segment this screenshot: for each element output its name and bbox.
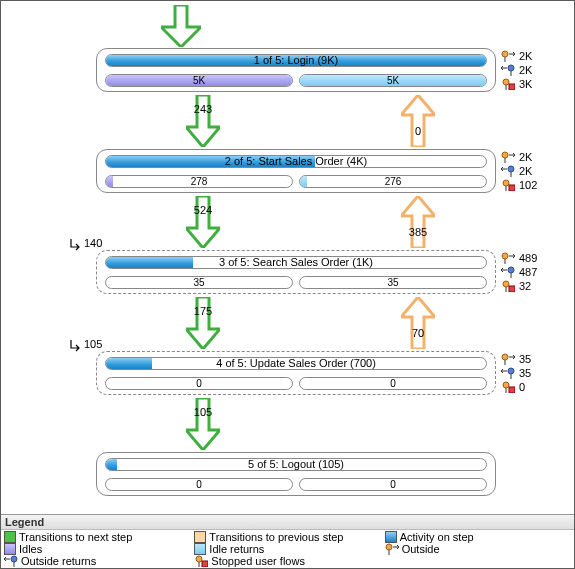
- svg-point-25: [11, 556, 17, 562]
- stopped-icon: [501, 78, 515, 90]
- transition-next-4: 105: [186, 398, 220, 450]
- idle-return-bar: 35: [299, 276, 487, 289]
- legend-item-idle-returns: Idle returns: [193, 543, 381, 555]
- svg-point-15: [503, 382, 509, 388]
- idle-bar: 35: [105, 276, 293, 289]
- svg-point-5: [502, 152, 508, 158]
- svg-point-11: [503, 281, 509, 287]
- svg-rect-16: [509, 387, 515, 393]
- idle-return-bar: 0: [299, 478, 487, 491]
- svg-point-2: [508, 65, 514, 71]
- svg-point-10: [508, 267, 514, 273]
- svg-rect-8: [509, 185, 515, 191]
- metric-stopped: 102: [519, 178, 537, 192]
- step-box-1[interactable]: 1 of 5: Login (9K)5K5K: [96, 48, 496, 92]
- legend: Legend Transitions to next step Transiti…: [1, 514, 574, 568]
- metric-outside: 2K: [519, 150, 532, 164]
- step-box-2[interactable]: 2 of 5: Start Sales Order (4K)278276: [96, 149, 496, 193]
- step-title: 4 of 5: Update Sales Order (700): [97, 357, 495, 369]
- svg-rect-4: [509, 84, 515, 90]
- step-side-metrics-2: 2K2K102: [501, 150, 561, 192]
- metric-stopped: 0: [519, 380, 525, 394]
- metric-outside-return: 35: [519, 366, 531, 380]
- svg-point-3: [503, 79, 509, 85]
- svg-point-7: [503, 180, 509, 186]
- step-title: 1 of 5: Login (9K): [97, 54, 495, 66]
- svg-point-1: [502, 51, 508, 57]
- legend-item-next: Transitions to next step: [3, 531, 191, 543]
- svg-point-9: [502, 253, 508, 259]
- stopped-icon: [501, 280, 515, 292]
- idle-bar: 278: [105, 175, 293, 188]
- entry-arrow: 3K: [161, 5, 228, 50]
- outside-return-icon: [501, 367, 515, 379]
- metric-outside: 2K: [519, 49, 532, 63]
- step-side-metrics-4: 35350: [501, 352, 561, 394]
- stopped-icon: [194, 555, 208, 567]
- outside-return-icon: [501, 266, 515, 278]
- svg-point-6: [508, 166, 514, 172]
- transition-next-1: 243: [186, 95, 220, 147]
- legend-item-activity: Activity on step: [384, 531, 572, 543]
- stopped-icon: [501, 381, 515, 393]
- step-title: 2 of 5: Start Sales Order (4K): [97, 155, 495, 167]
- step-box-4[interactable]: 4 of 5: Update Sales Order (700)00: [96, 351, 496, 395]
- metric-outside: 489: [519, 251, 537, 265]
- svg-rect-12: [509, 286, 515, 292]
- legend-item-prev: Transitions to previous step: [193, 531, 381, 543]
- svg-rect-27: [202, 561, 208, 567]
- flow-canvas: 3K 1 of 5: Login (9K)5K5K2K2K3K2 of 5: S…: [1, 1, 574, 506]
- metric-stopped: 3K: [519, 77, 532, 91]
- transition-next-3: 175: [186, 297, 220, 349]
- outside-icon: [501, 252, 515, 264]
- step-box-5[interactable]: 5 of 5: Logout (105)00: [96, 452, 496, 496]
- svg-marker-18: [401, 95, 435, 147]
- metric-outside: 35: [519, 352, 531, 366]
- svg-point-14: [508, 368, 514, 374]
- stopped-icon: [501, 179, 515, 191]
- legend-item-outside: Outside: [384, 543, 572, 555]
- outside-icon: [501, 151, 515, 163]
- step-title: 5 of 5: Logout (105): [97, 458, 495, 470]
- step-box-3[interactable]: 3 of 5: Search Sales Order (1K)3535: [96, 250, 496, 294]
- outside-icon: [385, 543, 399, 555]
- transition-next-2: 524: [186, 196, 220, 248]
- step-side-metrics-3: 48948732: [501, 251, 561, 293]
- metric-outside-return: 2K: [519, 63, 532, 77]
- metric-outside-return: 487: [519, 265, 537, 279]
- outside-return-icon: [501, 64, 515, 76]
- legend-item-idles: Idles: [3, 543, 191, 555]
- legend-title: Legend: [1, 515, 574, 530]
- idle-return-bar: 276: [299, 175, 487, 188]
- svg-marker-20: [401, 196, 435, 248]
- legend-item-stopped: Stopped user flows: [193, 555, 381, 567]
- step-title: 3 of 5: Search Sales Order (1K): [97, 256, 495, 268]
- outside-return-marker-1: 140: [69, 237, 102, 251]
- metric-stopped: 32: [519, 279, 531, 293]
- outside-icon: [501, 353, 515, 365]
- step-side-metrics-1: 2K2K3K: [501, 49, 561, 91]
- return-arrow-icon: [69, 237, 83, 251]
- metric-outside-return: 2K: [519, 164, 532, 178]
- idle-return-bar: 0: [299, 377, 487, 390]
- legend-item-outside-returns: Outside returns: [3, 555, 191, 567]
- idle-bar: 0: [105, 478, 293, 491]
- idle-return-bar: 5K: [299, 74, 487, 87]
- svg-marker-22: [401, 297, 435, 349]
- outside-return-marker-2: 105: [69, 338, 102, 352]
- svg-point-26: [196, 556, 202, 562]
- svg-point-24: [386, 544, 392, 550]
- transition-prev-3: 70: [401, 297, 435, 349]
- outside-return-icon: [4, 555, 18, 567]
- svg-point-13: [502, 354, 508, 360]
- svg-marker-0: [161, 5, 201, 47]
- idle-bar: 0: [105, 377, 293, 390]
- transition-prev-2: 385: [401, 196, 435, 248]
- transition-prev-1: 0: [401, 95, 435, 147]
- outside-return-icon: [501, 165, 515, 177]
- outside-icon: [501, 50, 515, 62]
- idle-bar: 5K: [105, 74, 293, 87]
- return-arrow-icon: [69, 338, 83, 352]
